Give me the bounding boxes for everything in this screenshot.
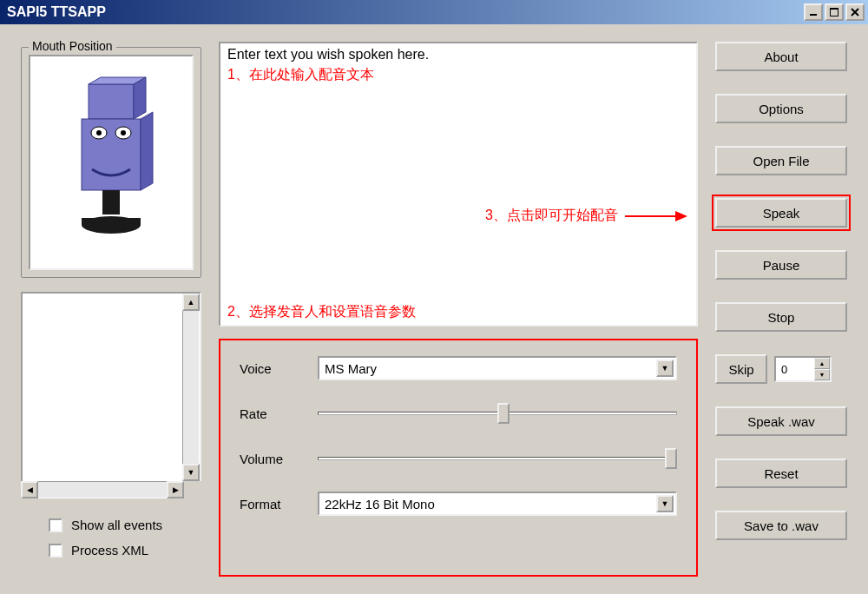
rate-label: Rate bbox=[240, 406, 300, 421]
text-input[interactable]: Enter text you wish spoken here. 1、在此处输入… bbox=[219, 42, 698, 327]
mouth-position-label: Mouth Position bbox=[29, 39, 116, 53]
show-all-events-label: Show all events bbox=[71, 518, 162, 532]
window-title: SAPI5 TTSAPP bbox=[7, 4, 804, 20]
microphone-character-icon bbox=[50, 76, 172, 249]
character-preview bbox=[29, 55, 194, 270]
svg-rect-11 bbox=[82, 218, 141, 225]
speak-wav-button[interactable]: Speak .wav bbox=[715, 406, 847, 436]
skip-button[interactable]: Skip bbox=[715, 354, 767, 384]
chevron-down-icon[interactable]: ▼ bbox=[656, 495, 674, 512]
show-all-events-checkbox[interactable] bbox=[49, 518, 62, 532]
scroll-down-icon[interactable]: ▼ bbox=[182, 464, 200, 481]
voice-combo[interactable]: MS Mary ▼ bbox=[318, 356, 677, 380]
options-button[interactable]: Options bbox=[715, 94, 847, 123]
open-file-button[interactable]: Open File bbox=[715, 146, 847, 175]
reset-button[interactable]: Reset bbox=[715, 459, 847, 488]
speak-button[interactable]: Speak bbox=[715, 198, 847, 228]
voice-label: Voice bbox=[240, 361, 300, 376]
vertical-scrollbar[interactable]: ▲ ▼ bbox=[182, 294, 200, 481]
format-combo[interactable]: 22kHz 16 Bit Mono ▼ bbox=[318, 492, 677, 516]
annotation-3: 3、点击即可开始配音 bbox=[485, 207, 686, 225]
svg-rect-2 bbox=[830, 8, 838, 10]
window-controls bbox=[804, 3, 865, 21]
close-button[interactable] bbox=[845, 3, 865, 21]
about-button[interactable]: About bbox=[715, 42, 847, 71]
volume-slider[interactable] bbox=[318, 446, 677, 471]
svg-rect-3 bbox=[89, 84, 134, 119]
pause-button[interactable]: Pause bbox=[715, 250, 847, 280]
format-value: 22kHz 16 Bit Mono bbox=[325, 497, 656, 512]
voice-value: MS Mary bbox=[325, 361, 656, 376]
svg-point-6 bbox=[96, 130, 102, 135]
mouth-position-group: Mouth Position bbox=[21, 47, 201, 278]
process-xml-label: Process XML bbox=[71, 543, 148, 558]
svg-rect-9 bbox=[102, 190, 120, 214]
spin-up-icon[interactable]: ▲ bbox=[814, 358, 830, 369]
scroll-left-icon[interactable]: ◀ bbox=[21, 481, 38, 498]
svg-rect-4 bbox=[82, 119, 141, 190]
maximize-button[interactable] bbox=[825, 3, 844, 21]
arrow-right-icon bbox=[625, 215, 686, 217]
scroll-right-icon[interactable]: ▶ bbox=[167, 481, 184, 498]
show-all-events-option[interactable]: Show all events bbox=[49, 518, 201, 532]
format-label: Format bbox=[240, 497, 300, 512]
scroll-up-icon[interactable]: ▲ bbox=[182, 294, 200, 311]
skip-value[interactable]: 0 bbox=[776, 358, 814, 380]
text-input-placeholder: Enter text you wish spoken here. bbox=[227, 47, 689, 63]
annotation-1: 1、在此处输入配音文本 bbox=[227, 66, 689, 84]
horizontal-scrollbar[interactable]: ◀ ▶ bbox=[21, 481, 201, 498]
chevron-down-icon[interactable]: ▼ bbox=[656, 360, 674, 377]
process-xml-checkbox[interactable] bbox=[49, 544, 62, 558]
voice-params-group: Voice MS Mary ▼ Rate Volume bbox=[219, 339, 698, 577]
skip-spinner[interactable]: 0 ▲ ▼ bbox=[774, 356, 832, 382]
events-list[interactable]: ▲ ▼ bbox=[21, 292, 201, 483]
titlebar: SAPI5 TTSAPP bbox=[0, 0, 868, 24]
save-wav-button[interactable]: Save to .wav bbox=[715, 511, 847, 540]
spin-down-icon[interactable]: ▼ bbox=[814, 369, 830, 380]
process-xml-option[interactable]: Process XML bbox=[49, 543, 201, 558]
svg-rect-0 bbox=[810, 14, 817, 16]
stop-button[interactable]: Stop bbox=[715, 302, 847, 332]
volume-label: Volume bbox=[240, 452, 300, 466]
rate-slider[interactable] bbox=[318, 401, 677, 426]
svg-point-8 bbox=[121, 130, 126, 135]
annotation-2: 2、选择发音人和设置语音参数 bbox=[227, 303, 416, 321]
minimize-button[interactable] bbox=[804, 3, 823, 21]
